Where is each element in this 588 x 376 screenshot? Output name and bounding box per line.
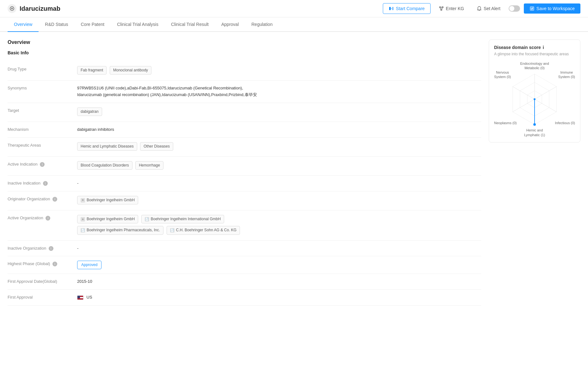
disease-domain-panel: Disease domain score i A glimpse into th… (489, 39, 580, 143)
tab-overview[interactable]: Overview (8, 17, 39, 32)
first-approval-date-row: First Approval Date(Global) 2015-10 (8, 274, 481, 290)
inactive-org-row: Inactive Organization i - (8, 241, 481, 257)
svg-rect-5 (530, 7, 534, 10)
label-hemic: Hemic andLymphatic (1) (524, 128, 545, 137)
tag-monoclonal-antibody: Monoclonal antibody (110, 66, 151, 75)
target-label: Target (8, 107, 77, 113)
target-row: Target dabigatran (8, 103, 481, 122)
originator-org-label: Originator Organization i (8, 196, 77, 202)
svg-line-10 (535, 87, 556, 99)
main-content: Overview Basic Info Drug Type Fab fragme… (8, 39, 481, 306)
org-building-icon: ≡ (81, 198, 85, 203)
tag-dabigatran[interactable]: dabigatran (77, 107, 102, 116)
drug-name: Idarucizumab (20, 5, 60, 12)
compare-icon (389, 6, 394, 11)
therapeutic-areas-label: Therapeutic Areas (8, 142, 77, 148)
kg-icon (439, 6, 444, 11)
radar-chart-container: Endocrinology andMetabolic (0) ImmuneSys… (494, 61, 575, 137)
org-building-icon-1: ≡ (81, 217, 85, 221)
first-approval-value: US (77, 294, 481, 301)
highest-phase-label: Highest Phase (Global) i (8, 261, 77, 266)
tab-approval[interactable]: Approval (215, 17, 245, 32)
org-doc-icon-2: 📄 (81, 228, 85, 233)
originator-org-info-icon[interactable]: i (52, 197, 57, 202)
synonyms-label: Synonyms (8, 85, 77, 90)
org-boehringer-international[interactable]: 📄 Boehringer Ingelheim International Gmb… (141, 215, 224, 223)
label-nervous: NervousSystem (0) (494, 70, 511, 79)
org-boehringer-sohn[interactable]: 📄 C.H. Boehringer Sohn AG & Co. KG (167, 226, 240, 234)
org-boehringer-pharma[interactable]: 📄 Boehringer Ingelheim Pharmaceuticals, … (77, 226, 163, 234)
inactive-org-value: - (77, 245, 481, 252)
svg-rect-0 (389, 7, 391, 10)
org-boehringer-originator[interactable]: ≡ Boehringer Ingelheim GmbH (77, 196, 138, 204)
set-alert-button[interactable]: Set Alert (472, 3, 505, 14)
originator-org-value: ≡ Boehringer Ingelheim GmbH (77, 196, 481, 206)
tag-blood-coagulation: Blood Coagulation Disorders (77, 161, 132, 170)
label-immune: ImmuneSystem (0) (558, 70, 575, 79)
inactive-indication-row: Inactive Indication i - (8, 176, 481, 191)
alert-icon (477, 6, 482, 11)
tab-clinical-trial-analysis[interactable]: Clinical Trial Analysis (111, 17, 165, 32)
first-approval-label: First Approval (8, 294, 77, 300)
active-org-info-icon[interactable]: i (46, 216, 50, 221)
drug-type-label: Drug Type (8, 66, 77, 71)
drug-type-row: Drug Type Fab fragment Monoclonal antibo… (8, 62, 481, 81)
tab-clinical-trial-result[interactable]: Clinical Trial Result (165, 17, 215, 32)
nav-tabs: Overview R&D Status Core Patent Clinical… (0, 17, 588, 32)
svg-rect-1 (392, 7, 394, 10)
mechanism-label: Mechanism (8, 126, 77, 132)
first-approval-row: First Approval US (8, 290, 481, 306)
tag-hemic-lymphatic: Hemic and Lymphatic Diseases (77, 142, 137, 151)
disease-panel-info-icon[interactable]: i (543, 45, 544, 50)
disease-panel-subtitle: A glimpse into the focused therapeutic a… (494, 52, 575, 56)
tag-other-diseases: Other Diseases (140, 142, 173, 151)
label-infectious: Infectious (0) (555, 121, 575, 125)
start-compare-button[interactable]: Start Compare (383, 3, 431, 14)
mechanism-value: dabigatran inhibitors (77, 126, 481, 133)
header-right: Start Compare Enter KG Set Alert (383, 3, 580, 14)
drug-type-value: Fab fragment Monoclonal antibody (77, 66, 481, 76)
approved-badge: Approved (77, 261, 101, 269)
active-indication-info-icon[interactable]: i (40, 162, 45, 167)
header-left: Idarucizumab (8, 4, 60, 13)
subsection-title: Basic Info (8, 50, 481, 55)
active-indication-row: Active Indication i Blood Coagulation Di… (8, 157, 481, 176)
tab-core-patent[interactable]: Core Patent (75, 17, 111, 32)
active-org-value: ≡ Boehringer Ingelheim GmbH 📄 Boehringer… (77, 215, 481, 236)
content: Overview Basic Info Drug Type Fab fragme… (0, 32, 588, 313)
org-boehringer-gmbh[interactable]: ≡ Boehringer Ingelheim GmbH (77, 215, 138, 223)
svg-line-13 (513, 99, 535, 112)
svg-line-11 (535, 99, 556, 112)
synonyms-row: Synonyms 97RWB5S1U6 (UNII code),aDabi-Fa… (8, 81, 481, 103)
therapeutic-areas-value: Hemic and Lymphatic Diseases Other Disea… (77, 142, 481, 152)
label-neoplasms: Neoplasms (0) (494, 121, 517, 125)
active-indication-label: Active Indication i (8, 161, 77, 167)
section-title: Overview (8, 39, 481, 45)
active-org-row: Active Organization i ≡ Boehringer Ingel… (8, 210, 481, 240)
org-doc-icon-3: 📄 (170, 228, 175, 233)
disease-panel-title: Disease domain score i (494, 45, 575, 50)
inactive-org-label: Inactive Organization i (8, 245, 77, 251)
inactive-indication-value: - (77, 180, 481, 187)
tag-fab-fragment: Fab fragment (77, 66, 107, 75)
highest-phase-info-icon[interactable]: i (52, 262, 57, 266)
first-approval-date-value: 2015-10 (77, 278, 481, 285)
inactive-indication-info-icon[interactable]: i (43, 181, 48, 186)
tab-regulation[interactable]: Regulation (245, 17, 279, 32)
header: Idarucizumab Start Compare Enter KG (0, 0, 588, 17)
tab-rd-status[interactable]: R&D Status (39, 17, 74, 32)
originator-org-row: Originator Organization i ≡ Boehringer I… (8, 191, 481, 210)
drug-icon (8, 4, 16, 13)
save-icon (530, 6, 535, 11)
highest-phase-row: Highest Phase (Global) i Approved (8, 256, 481, 274)
enter-kg-button[interactable]: Enter KG (434, 3, 469, 14)
inactive-indication-label: Inactive Indication i (8, 180, 77, 186)
active-org-label: Active Organization i (8, 215, 77, 221)
tag-hemorrhage: Hemorrhage (135, 161, 163, 170)
highest-phase-value: Approved (77, 261, 481, 269)
alert-toggle[interactable] (509, 5, 520, 12)
inactive-org-info-icon[interactable]: i (49, 246, 53, 251)
us-flag-icon (77, 295, 83, 300)
save-workspace-button[interactable]: Save to Workspace (524, 3, 580, 14)
first-approval-date-label: First Approval Date(Global) (8, 278, 77, 284)
